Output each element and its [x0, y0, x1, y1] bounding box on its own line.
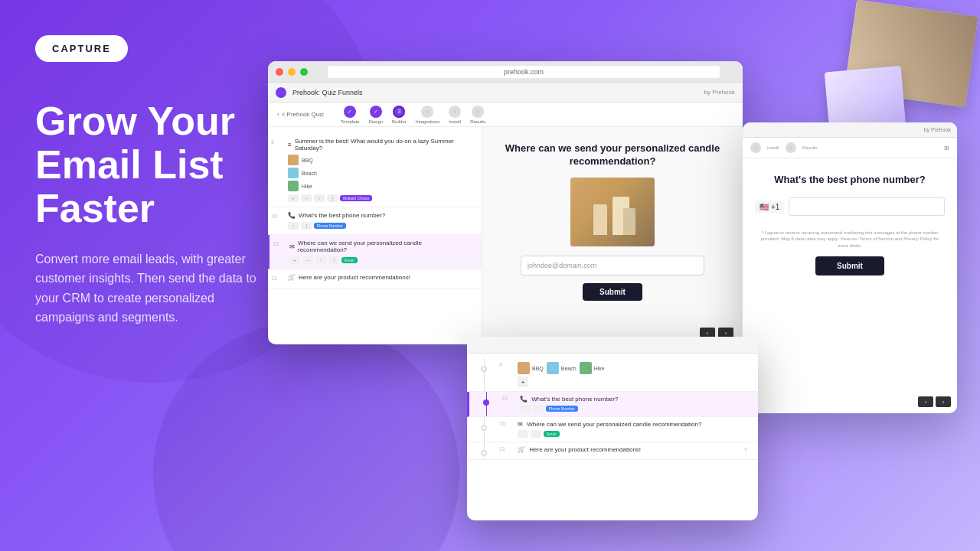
bv-item-10-email[interactable]: 10 ✉ Where can we send your personalized… — [467, 417, 758, 442]
browser-main-content: 9 ≡ Summer is the best! What would you d… — [268, 127, 743, 344]
editor-item-9[interactable]: 9 ≡ Summer is the best! What would you d… — [268, 133, 482, 207]
bv-item-10-phone[interactable]: 10 📞 What's the best phone number? Phone… — [467, 392, 758, 417]
phone-input-row: 🇺🇸 +1 — [755, 197, 945, 216]
editor-panel[interactable]: 9 ≡ Summer is the best! What would you d… — [268, 127, 482, 344]
browser-addressbar[interactable]: prehook.com — [328, 66, 720, 78]
bottom-view: 9 BBQ Beach Hike + 10 📞 What's the be — [467, 337, 758, 520]
capture-label: CAPTURE — [52, 43, 111, 54]
app-logo — [276, 87, 286, 98]
right-preview-steps: ○ Install ○ Results ⊞ — [743, 138, 957, 158]
step-integrations[interactable]: ○ Integrations — [416, 106, 439, 124]
editor-item-11[interactable]: 11 🛒 Here are your product recommendatio… — [268, 269, 482, 289]
preview-email-input[interactable]: johndoe@domain.com — [521, 256, 704, 276]
editor-toolbar-phone: ↑ ⋮ Phone Number — [288, 222, 472, 230]
bv-title-product: 🛒 Here are your product recommendations! — [518, 446, 737, 453]
bottom-view-header — [467, 337, 758, 354]
flag-badge[interactable]: 🇺🇸 +1 — [755, 201, 784, 214]
choice-list-9: BBQ Beach Hike — [288, 155, 472, 191]
preview-candle-image — [570, 178, 655, 246]
step-design[interactable]: ✓ Design — [368, 106, 383, 124]
browser-min-dot[interactable] — [288, 68, 296, 76]
app-byline: by Prehook — [704, 89, 735, 96]
main-heading: Grow Your Email List Faster — [35, 99, 265, 231]
step-navigation: ‹ < Prehook Quiz ✓ Template ✓ Design 3 B… — [268, 103, 743, 127]
right-step-results: ○ — [786, 142, 796, 153]
editor-item-10-email[interactable]: 10 ✉ Where can we send your personalized… — [268, 235, 482, 269]
preview-submit-button[interactable]: Submit — [583, 283, 642, 301]
main-browser-window: prehook.com Prehook: Quiz Funnels by Pre… — [268, 61, 743, 344]
capture-badge: CAPTURE — [35, 35, 128, 62]
terms-text: * I agree to receive recurring automated… — [755, 230, 945, 249]
right-preview-content: What's the best phone number? 🇺🇸 +1 * I … — [743, 158, 957, 291]
step-indicators: ✓ Template ✓ Design 3 Builder ○ Integrat… — [341, 106, 485, 124]
bv-title-email: ✉ Where can we send your personalized ca… — [518, 421, 747, 428]
hero-subtext: Convert more email leads, with greater c… — [35, 249, 265, 328]
bv-choices-9: BBQ Beach Hike — [518, 362, 747, 374]
step-install[interactable]: ○ Install — [449, 106, 461, 124]
right-step-install: ○ — [750, 142, 761, 153]
right-preview-nav: ‹ › — [918, 396, 951, 407]
back-button[interactable]: ‹ < Prehook Quiz — [277, 111, 324, 118]
right-question: What's the best phone number? — [774, 174, 925, 185]
bottom-view-content: 9 BBQ Beach Hike + 10 📞 What's the be — [467, 354, 758, 465]
step-results[interactable]: ○ Results — [470, 106, 485, 124]
hero-content: Grow Your Email List Faster Convert more… — [35, 99, 265, 328]
editor-toolbar-email: + → ↑ ⋮ Email — [289, 256, 472, 264]
app-header: Prehook: Quiz Funnels by Prehook — [268, 83, 743, 103]
right-nav-next[interactable]: › — [936, 396, 951, 407]
step-builder[interactable]: 3 Builder — [392, 106, 407, 124]
bv-item-9[interactable]: 9 BBQ Beach Hike + — [467, 358, 758, 392]
preview-question: Where can we send your personalized cand… — [495, 142, 730, 168]
browser-close-dot[interactable] — [276, 68, 283, 76]
right-preview-header: by Prehook — [743, 122, 957, 138]
bv-help-icon[interactable]: ? — [744, 446, 747, 453]
app-title: Prehook: Quiz Funnels — [292, 89, 363, 96]
right-submit-button[interactable]: Submit — [815, 256, 884, 276]
phone-input-field[interactable] — [789, 197, 945, 216]
bv-item-11[interactable]: 11 🛒 Here are your product recommendatio… — [467, 442, 758, 460]
editor-item-10-phone[interactable]: 10 📞 What's the best phone number? ↑ ⋮ P… — [268, 207, 482, 235]
right-preview-panel: by Prehook ○ Install ○ Results ⊞ What's … — [743, 122, 957, 413]
browser-titlebar: prehook.com — [268, 61, 743, 83]
step-template[interactable]: ✓ Template — [341, 106, 359, 124]
editor-toolbar-9: + → ↑ ⋮ Multiple Choice — [288, 194, 472, 202]
right-byline: by Prehook — [924, 127, 951, 132]
browser-max-dot[interactable] — [300, 68, 308, 76]
bv-title-phone: 📞 What's the best phone number? — [520, 396, 747, 403]
preview-panel: Where can we send your personalized cand… — [482, 127, 743, 344]
right-nav-prev[interactable]: ‹ — [918, 396, 933, 407]
